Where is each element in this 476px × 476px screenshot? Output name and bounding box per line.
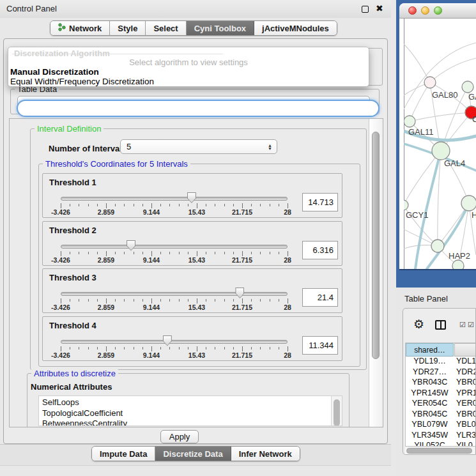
table-row[interactable]: YPR145WYPR1	[406, 388, 476, 399]
table-cell-name[interactable]: YBR0	[455, 378, 476, 387]
gear-icon[interactable]: ⚙	[413, 317, 424, 332]
threshold-value-field[interactable]: 21.4	[302, 288, 338, 307]
network-node[interactable]	[424, 77, 436, 88]
attribute-list-item[interactable]: BetweennessCentrality	[39, 418, 342, 426]
tick-minor	[160, 204, 161, 206]
table-row[interactable]: YDL19…YDL1	[406, 357, 476, 367]
table-cell-shared-name[interactable]: YIL052C	[406, 441, 454, 447]
slider-track[interactable]	[61, 245, 288, 249]
table-cell-shared-name[interactable]: YPR145W	[406, 388, 454, 397]
network-node[interactable]	[431, 240, 444, 252]
table-cell-name[interactable]: YDL1	[455, 357, 476, 365]
attributes-group-title: Attributes to discretize	[31, 369, 118, 378]
slider-thumb[interactable]	[163, 335, 172, 346]
network-node[interactable]	[462, 81, 473, 93]
network-node[interactable]	[461, 196, 476, 211]
tab-network[interactable]: Network	[50, 21, 110, 35]
column-header-name[interactable]: n	[454, 343, 476, 357]
tick-minor	[260, 347, 261, 349]
tick-minor	[97, 204, 98, 206]
table-cell-name[interactable]: YLR3	[455, 431, 476, 440]
attribute-list-item[interactable]: SelfLoops	[39, 397, 342, 408]
settings-vertical-scrollbar[interactable]	[369, 119, 383, 427]
table-row[interactable]: YER054CYER0	[406, 399, 476, 410]
numerical-attributes-list[interactable]: SelfLoopsTopologicalCoefficientBetweenne…	[38, 395, 342, 426]
slider-thumb[interactable]	[127, 240, 135, 251]
threshold-value-field[interactable]: 6.316	[302, 241, 338, 259]
tick-major	[197, 251, 197, 256]
bottom-tab-discretize-data[interactable]: Discretize Data	[155, 447, 231, 461]
number-of-intervals-combobox[interactable]: 5 ▲▼	[120, 139, 277, 154]
slider-track[interactable]	[61, 340, 288, 344]
network-edge	[404, 151, 441, 205]
tab-style[interactable]: Style	[110, 21, 146, 35]
network-canvas[interactable]: GAL80GACGAL11GAL4GCY1HHAP2	[404, 19, 476, 269]
minimize-traffic-light-icon[interactable]	[421, 6, 429, 15]
tab-cyni-toolbox[interactable]: Cyni Toolbox	[187, 21, 254, 35]
table-cell-name[interactable]: YPR1	[455, 388, 476, 397]
node-attribute-table[interactable]: shared… n YDL19…YDL1YDR27…YDR2YBR043CYBR…	[405, 342, 476, 447]
columns-icon[interactable]	[435, 320, 446, 330]
slider-track[interactable]	[61, 292, 288, 296]
slider-track[interactable]	[61, 197, 288, 201]
table-row[interactable]: YIL052CYIL0	[406, 441, 476, 447]
tick-minor	[279, 252, 279, 254]
network-node[interactable]	[404, 116, 415, 127]
checkbox-icon[interactable]: ☑	[459, 321, 466, 329]
close-icon[interactable]: ✖	[376, 3, 383, 13]
tab-jactivemnodules[interactable]: jActiveMNodules	[254, 21, 337, 35]
threshold-value-field[interactable]: 14.713	[302, 193, 338, 211]
attribute-list-item[interactable]: TopologicalCoefficient	[39, 408, 342, 419]
zoom-traffic-light-icon[interactable]	[434, 6, 442, 15]
bottom-tab-impute-data[interactable]: Impute Data	[92, 447, 155, 461]
scrollbar-thumb[interactable]	[372, 132, 380, 359]
table-cell-name[interactable]: YBL0	[455, 420, 476, 429]
tick-major	[151, 346, 152, 351]
tick-major	[242, 346, 243, 351]
close-traffic-light-icon[interactable]	[408, 6, 417, 15]
table-row[interactable]: YBL079WYBL0	[406, 420, 476, 431]
network-node[interactable]	[432, 142, 450, 160]
table-cell-name[interactable]: YDR2	[455, 367, 476, 376]
network-node[interactable]	[404, 200, 408, 210]
table-row[interactable]: YLR345WYLR3	[406, 431, 476, 441]
table-cell-shared-name[interactable]: YDR27…	[406, 367, 454, 376]
popup-item-manual-discretization[interactable]: Manual Discretization	[10, 67, 99, 77]
table-cell-name[interactable]: YIL0	[455, 441, 476, 447]
table-cell-shared-name[interactable]: YLR345W	[406, 431, 454, 440]
threshold-value-field[interactable]: 11.344	[302, 336, 338, 355]
tab-select[interactable]: Select	[146, 21, 186, 35]
table-cell-shared-name[interactable]: YER054C	[406, 399, 454, 408]
table-cell-shared-name[interactable]: YDL19…	[406, 357, 454, 365]
network-node[interactable]	[452, 260, 464, 269]
slider-thumb[interactable]	[235, 288, 244, 298]
apply-button[interactable]: Apply	[160, 430, 199, 443]
tick-minor	[124, 347, 125, 349]
table-cell-shared-name[interactable]: YBR043C	[406, 378, 454, 387]
tab-label: Select	[153, 24, 178, 33]
slider-tick-labels: -3.4262.8599.14415.4321.71528	[61, 351, 288, 359]
checkbox-icon[interactable]: ☑	[468, 321, 474, 329]
popup-item-equal-width-frequency[interactable]: Equal Width/Frequency Discretization	[10, 77, 154, 86]
table-row[interactable]: YBR045CYBR0	[406, 410, 476, 420]
table-row[interactable]: YDR27…YDR2	[406, 367, 476, 378]
algorithm-combobox[interactable]	[17, 100, 380, 117]
scrollbar-thumb[interactable]	[406, 448, 472, 454]
table-cell-name[interactable]: YER0	[455, 399, 476, 408]
table-row[interactable]: YBR043CYBR0	[406, 378, 476, 388]
column-header-shared-name[interactable]: shared…	[406, 343, 454, 357]
scrollbar-thumb[interactable]	[334, 399, 340, 426]
network-node-label: GA	[468, 92, 476, 102]
interval-definition-title: Interval Definition	[35, 124, 104, 134]
tick-minor	[179, 204, 180, 206]
table-cell-shared-name[interactable]: YBR045C	[406, 410, 454, 418]
table-horizontal-scrollbar[interactable]	[405, 447, 475, 454]
tick-minor	[142, 347, 143, 349]
table-cell-shared-name[interactable]: YBL079W	[406, 420, 454, 429]
float-window-icon[interactable]	[362, 6, 369, 13]
slider-thumb[interactable]	[187, 192, 196, 203]
attributes-list-scrollbar[interactable]	[331, 396, 342, 426]
tick-minor	[188, 347, 188, 349]
table-cell-name[interactable]: YBR0	[455, 410, 476, 418]
bottom-tab-infer-network[interactable]: Infer Network	[231, 447, 300, 461]
